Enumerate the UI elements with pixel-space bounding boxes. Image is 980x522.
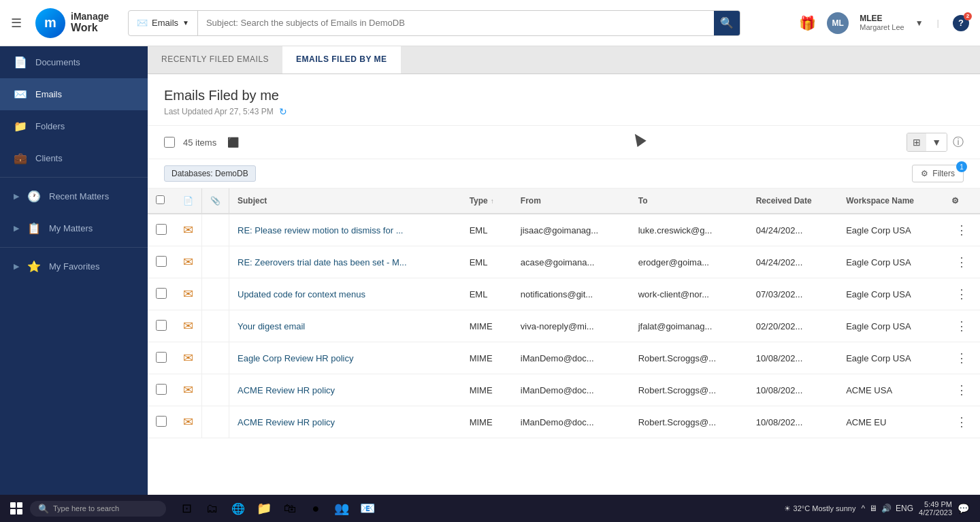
content-area: Recently Filed Emails Emails Filed by Me… bbox=[148, 46, 980, 495]
page-header: Emails Filed by me Last Updated Apr 27, … bbox=[148, 74, 980, 126]
row-more-button[interactable]: ⋮ bbox=[951, 413, 972, 431]
row-checkbox[interactable] bbox=[156, 416, 167, 427]
help-icon[interactable]: ? 2 bbox=[953, 15, 969, 31]
th-subject[interactable]: Subject bbox=[229, 189, 461, 214]
info-icon[interactable]: ⓘ bbox=[953, 135, 964, 150]
sidebar-item-my-favorites[interactable]: ▶ ⭐ My Favorites bbox=[0, 250, 148, 282]
row-subject[interactable]: RE: Zeerovers trial date has been set - … bbox=[229, 246, 461, 278]
row-more-cell: ⋮ bbox=[943, 246, 980, 278]
database-filter-chip[interactable]: Databases: DemoDB bbox=[164, 165, 256, 182]
row-more-cell: ⋮ bbox=[943, 374, 980, 406]
row-checkbox-cell bbox=[148, 342, 175, 374]
export-icon[interactable]: ⬛ bbox=[227, 137, 239, 148]
row-attachment-cell bbox=[202, 278, 229, 310]
sidebar-item-recent-matters[interactable]: ▶ 🕐 Recent Matters bbox=[0, 180, 148, 212]
row-more-button[interactable]: ⋮ bbox=[951, 381, 972, 399]
sidebar-item-label: My Matters bbox=[49, 223, 134, 233]
sidebar-item-documents[interactable]: 📄 Documents bbox=[0, 46, 148, 78]
taskbar-app-teams[interactable]: 👥 bbox=[329, 496, 354, 521]
row-checkbox[interactable] bbox=[156, 288, 167, 299]
row-to: luke.creswick@g... bbox=[630, 214, 748, 246]
search-type-selector[interactable]: ✉️ Emails ▼ bbox=[129, 11, 198, 35]
weather-text: 32°C Mostly sunny bbox=[794, 504, 856, 512]
row-type: MIME bbox=[461, 310, 512, 342]
row-subject[interactable]: ACME Review HR policy bbox=[229, 374, 461, 406]
row-received-date: 02/20/202... bbox=[748, 310, 838, 342]
row-subject[interactable]: Your digest email bbox=[229, 310, 461, 342]
th-received-date: Received Date bbox=[748, 189, 838, 214]
row-subject[interactable]: Eagle Corp Review HR policy bbox=[229, 342, 461, 374]
row-more-cell: ⋮ bbox=[943, 278, 980, 310]
row-more-button[interactable]: ⋮ bbox=[951, 221, 972, 239]
email-type-icon: ✉ bbox=[183, 319, 193, 333]
hamburger-menu[interactable]: ☰ bbox=[11, 16, 22, 31]
taskbar-app-chrome[interactable]: ● bbox=[304, 496, 328, 521]
user-menu-chevron[interactable]: ▼ bbox=[915, 18, 924, 28]
toolbar-right: ⊞ ▼ ⓘ bbox=[906, 133, 964, 152]
filters-button[interactable]: ⚙ Filters 1 bbox=[912, 165, 964, 182]
svg-rect-3 bbox=[17, 509, 22, 515]
th-type[interactable]: Type ↑ bbox=[461, 189, 512, 214]
taskbar-app-task-view[interactable]: ⊡ bbox=[174, 496, 199, 521]
taskbar-app-outlook[interactable]: 📧 bbox=[355, 496, 380, 521]
row-type: MIME bbox=[461, 342, 512, 374]
gift-icon[interactable]: 🎁 bbox=[799, 15, 816, 31]
row-more-button[interactable]: ⋮ bbox=[951, 349, 972, 367]
row-checkbox[interactable] bbox=[156, 224, 167, 235]
row-from: viva-noreply@mi... bbox=[512, 310, 630, 342]
notification-icon[interactable]: 💬 bbox=[958, 503, 969, 514]
filter-icon: ⚙ bbox=[921, 169, 928, 178]
grid-view-btn[interactable]: ⊞ bbox=[907, 133, 926, 151]
volume-icon[interactable]: 🔊 bbox=[881, 504, 892, 513]
th-settings[interactable]: ⚙ bbox=[943, 189, 980, 214]
taskbar-app-widgets[interactable]: 🗂 bbox=[200, 496, 225, 521]
sidebar-item-my-matters[interactable]: ▶ 📋 My Matters bbox=[0, 212, 148, 244]
taskbar-app-edge[interactable]: 🌐 bbox=[226, 496, 250, 521]
view-toggle[interactable]: ⊞ ▼ bbox=[906, 133, 947, 152]
row-checkbox[interactable] bbox=[156, 352, 167, 363]
refresh-icon[interactable]: ↻ bbox=[279, 106, 287, 117]
sidebar-item-clients[interactable]: 💼 Clients bbox=[0, 142, 148, 174]
tab-filed-by-me[interactable]: Emails Filed by Me bbox=[282, 46, 400, 74]
row-more-button[interactable]: ⋮ bbox=[951, 285, 972, 303]
row-subject[interactable]: Updated code for context menus bbox=[229, 278, 461, 310]
user-info: MLEE Margaret Lee bbox=[860, 14, 904, 33]
row-checkbox[interactable] bbox=[156, 256, 167, 267]
search-bar[interactable]: ✉️ Emails ▼ 🔍 bbox=[128, 10, 740, 36]
taskbar-apps: ⊡ 🗂 🌐 📁 🛍 ● 👥 📧 bbox=[174, 496, 380, 521]
avatar: ML bbox=[827, 12, 849, 34]
taskbar-search[interactable]: 🔍 Type here to search bbox=[30, 501, 166, 517]
search-icon: 🔍 bbox=[720, 16, 734, 29]
taskbar-clock: 5:49 PM 4/27/2023 bbox=[919, 500, 952, 517]
row-subject[interactable]: RE: Please review motion to dismiss for … bbox=[229, 214, 461, 246]
network-icon[interactable]: 🖥 bbox=[869, 504, 877, 513]
search-type-label: Emails bbox=[152, 18, 178, 28]
search-button[interactable]: 🔍 bbox=[714, 11, 740, 35]
taskbar-app-store[interactable]: 🛍 bbox=[278, 496, 302, 521]
page-subtitle: Last Updated Apr 27, 5:43 PM ↻ bbox=[164, 106, 964, 117]
column-settings-icon[interactable]: ⚙ bbox=[951, 196, 959, 206]
row-subject[interactable]: ACME Review HR policy bbox=[229, 406, 461, 438]
row-checkbox[interactable] bbox=[156, 320, 167, 331]
row-more-button[interactable]: ⋮ bbox=[951, 253, 972, 271]
my-matters-icon: 📋 bbox=[27, 222, 41, 235]
header-checkbox[interactable] bbox=[156, 195, 165, 204]
sidebar-item-folders[interactable]: 📁 Folders bbox=[0, 110, 148, 142]
tab-recently-filed[interactable]: Recently Filed Emails bbox=[148, 46, 282, 74]
windows-start-button[interactable] bbox=[5, 497, 27, 519]
logo-icon: m bbox=[35, 8, 65, 38]
sidebar-item-emails[interactable]: ✉️ Emails bbox=[0, 78, 148, 110]
search-input[interactable] bbox=[198, 18, 714, 28]
row-from: iManDemo@doc... bbox=[512, 406, 630, 438]
chevron-up-icon[interactable]: ^ bbox=[861, 504, 865, 513]
row-checkbox[interactable] bbox=[156, 384, 167, 395]
svg-rect-2 bbox=[10, 509, 16, 515]
row-more-button[interactable]: ⋮ bbox=[951, 317, 972, 335]
select-all-checkbox[interactable] bbox=[164, 137, 175, 148]
email-type-icon: ✉ bbox=[183, 255, 193, 269]
view-toggle-chevron[interactable]: ▼ bbox=[926, 133, 947, 151]
taskbar-app-explorer[interactable]: 📁 bbox=[252, 496, 276, 521]
row-from: acase@goimana... bbox=[512, 246, 630, 278]
sys-icons: ^ 🖥 🔊 ENG bbox=[861, 504, 913, 513]
taskbar-time: 5:49 PM bbox=[919, 500, 952, 508]
